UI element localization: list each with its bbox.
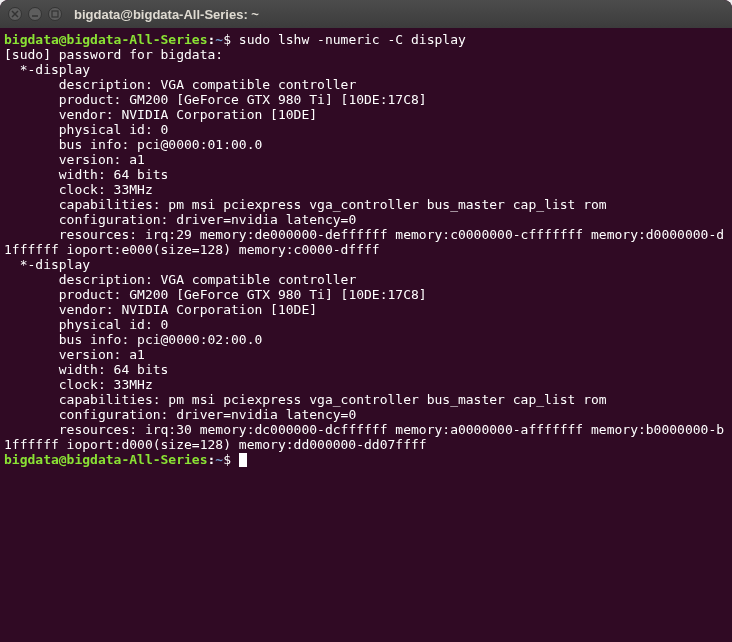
window-title: bigdata@bigdata-All-Series: ~ xyxy=(74,7,259,22)
display1-bus-info: bus info: pci@0000:01:00.0 xyxy=(4,137,728,152)
display2-vendor: vendor: NVIDIA Corporation [10DE] xyxy=(4,302,728,317)
display2-bus-info: bus info: pci@0000:02:00.0 xyxy=(4,332,728,347)
display1-header: *-display xyxy=(4,62,728,77)
display2-configuration: configuration: driver=nvidia latency=0 xyxy=(4,407,728,422)
command-line: bigdata@bigdata-All-Series:~$ sudo lshw … xyxy=(4,32,728,47)
display1-configuration: configuration: driver=nvidia latency=0 xyxy=(4,212,728,227)
prompt-line: bigdata@bigdata-All-Series:~$ xyxy=(4,452,728,467)
entered-command: sudo lshw -numeric -C display xyxy=(239,32,466,47)
prompt-symbol: $ xyxy=(223,32,231,47)
cursor xyxy=(239,453,247,467)
display1-width: width: 64 bits xyxy=(4,167,728,182)
display1-physical-id: physical id: 0 xyxy=(4,122,728,137)
maximize-button[interactable] xyxy=(48,7,62,21)
terminal-content[interactable]: bigdata@bigdata-All-Series:~$ sudo lshw … xyxy=(0,28,732,642)
display1-vendor: vendor: NVIDIA Corporation [10DE] xyxy=(4,107,728,122)
display2-description: description: VGA compatible controller xyxy=(4,272,728,287)
display2-version: version: a1 xyxy=(4,347,728,362)
prompt-user-host-2: bigdata@bigdata-All-Series xyxy=(4,452,208,467)
display1-clock: clock: 33MHz xyxy=(4,182,728,197)
display1-resources: resources: irq:29 memory:de000000-deffff… xyxy=(4,227,728,257)
prompt-path: ~ xyxy=(215,32,223,47)
display2-capabilities: capabilities: pm msi pciexpress vga_cont… xyxy=(4,392,728,407)
prompt-user-host: bigdata@bigdata-All-Series xyxy=(4,32,208,47)
display2-physical-id: physical id: 0 xyxy=(4,317,728,332)
display2-width: width: 64 bits xyxy=(4,362,728,377)
titlebar: bigdata@bigdata-All-Series: ~ xyxy=(0,0,732,28)
display1-description: description: VGA compatible controller xyxy=(4,77,728,92)
display2-product: product: GM200 [GeForce GTX 980 Ti] [10D… xyxy=(4,287,728,302)
display1-capabilities: capabilities: pm msi pciexpress vga_cont… xyxy=(4,197,728,212)
display2-clock: clock: 33MHz xyxy=(4,377,728,392)
prompt-symbol-2: $ xyxy=(223,452,231,467)
display2-header: *-display xyxy=(4,257,728,272)
display2-resources: resources: irq:30 memory:dc000000-dcffff… xyxy=(4,422,728,452)
terminal-window: bigdata@bigdata-All-Series: ~ bigdata@bi… xyxy=(0,0,732,642)
display1-product: product: GM200 [GeForce GTX 980 Ti] [10D… xyxy=(4,92,728,107)
close-button[interactable] xyxy=(8,7,22,21)
minimize-button[interactable] xyxy=(28,7,42,21)
svg-rect-3 xyxy=(52,11,58,17)
prompt-path-2: ~ xyxy=(215,452,223,467)
sudo-prompt: [sudo] password for bigdata: xyxy=(4,47,728,62)
display1-version: version: a1 xyxy=(4,152,728,167)
